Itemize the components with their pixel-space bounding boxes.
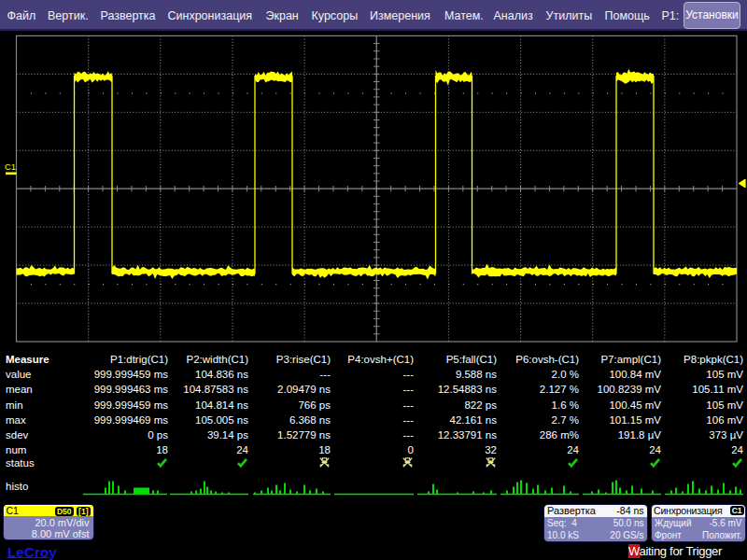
svg-text:C1: C1 [5,161,16,172]
